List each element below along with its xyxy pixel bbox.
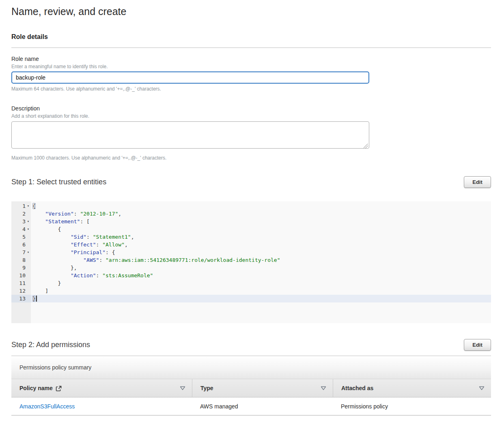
role-name-field: Role name Enter a meaningful name to ide…: [11, 56, 491, 92]
line-number: 4: [22, 225, 26, 233]
editor-line: 4▾ {: [11, 225, 491, 233]
column-header-type: Type: [192, 379, 333, 397]
description-hint: Maximum 1000 characters. Use alphanumeri…: [11, 155, 491, 161]
fold-toggle-icon[interactable]: ▾: [26, 225, 31, 233]
section-divider: [11, 47, 491, 48]
fold-toggle-icon[interactable]: ▾: [26, 202, 31, 210]
column-label: Type: [200, 385, 213, 391]
role-details-heading: Role details: [11, 33, 491, 41]
editor-line: 11▾ }: [11, 279, 491, 287]
line-number: 2: [22, 210, 26, 218]
line-number: 1: [22, 202, 26, 210]
policy-type-cell: AWS managed: [192, 397, 333, 415]
line-number: 11: [19, 279, 26, 287]
policy-name-link[interactable]: AmazonS3FullAccess: [19, 403, 75, 410]
role-name-input[interactable]: [11, 71, 369, 84]
line-number: 3: [22, 218, 26, 225]
external-link-icon: [56, 386, 62, 392]
step2-edit-button[interactable]: Edit: [464, 339, 491, 351]
step1-header-row: Step 1: Select trusted entities Edit: [11, 176, 491, 188]
permissions-table-body: AmazonS3FullAccessAWS managedPermissions…: [11, 397, 491, 416]
line-number: 7: [22, 248, 26, 256]
role-name-label: Role name: [11, 56, 491, 63]
editor-line: 10▾ "Action": "sts:AssumeRole": [11, 272, 491, 279]
step2-heading: Step 2: Add permissions: [11, 341, 90, 349]
editor-line: 8▾ "AWS": "arn:aws:iam::541263489771:rol…: [11, 256, 491, 264]
editor-line: 13▾}: [11, 295, 491, 302]
description-label: Description: [11, 105, 491, 112]
step1-edit-button[interactable]: Edit: [464, 176, 491, 188]
fold-toggle-icon[interactable]: ▾: [26, 248, 31, 256]
line-number: 9: [22, 264, 26, 272]
role-name-help: Enter a meaningful name to identify this…: [11, 64, 491, 69]
line-number: 8: [22, 256, 26, 264]
page-title: Name, review, and create: [11, 5, 491, 18]
line-number: 13: [19, 295, 26, 302]
editor-line: 7▾ "Principal": {: [11, 248, 491, 256]
permissions-panel-title: Permissions policy summary: [11, 356, 491, 379]
attached-as-cell: Permissions policy: [333, 397, 491, 415]
editor-line: 1▾{: [11, 202, 491, 210]
editor-line: 5▾ "Sid": "Statement1",: [11, 233, 491, 241]
editor-line: 12▾ ]: [11, 287, 491, 295]
step2-header-row: Step 2: Add permissions Edit: [11, 339, 491, 351]
line-number: 10: [19, 272, 26, 279]
textarea-resize-handle[interactable]: [364, 144, 368, 148]
column-header-attached-as: Attached as: [333, 379, 491, 397]
editor-line: 6▾ "Effect": "Allow",: [11, 241, 491, 248]
column-filter-icon[interactable]: [180, 386, 185, 391]
editor-line: 2▾ "Version": "2012-10-17",: [11, 210, 491, 218]
column-filter-icon[interactable]: [321, 386, 326, 391]
description-help: Add a short explanation for this role.: [11, 113, 491, 119]
name-review-create-page: Name, review, and create Role details Ro…: [0, 0, 504, 416]
editor-caret: [36, 296, 37, 302]
policy-editor-lines: 1▾{2▾ "Version": "2012-10-17",3▾ "Statem…: [11, 201, 491, 302]
trust-policy-editor[interactable]: 1▾{2▾ "Version": "2012-10-17",3▾ "Statem…: [11, 201, 491, 323]
policy-name-cell: AmazonS3FullAccess: [11, 397, 192, 415]
editor-line: 9▾ },: [11, 264, 491, 272]
fold-toggle-icon[interactable]: ▾: [26, 218, 31, 225]
policy-table-row: AmazonS3FullAccessAWS managedPermissions…: [11, 397, 491, 416]
permissions-panel: Permissions policy summary Policy name T…: [11, 356, 491, 416]
role-name-hint: Maximum 64 characters. Use alphanumeric …: [11, 86, 491, 92]
line-number: 12: [19, 287, 26, 295]
editor-line: 3▾ "Statement": [: [11, 218, 491, 225]
line-number: 6: [22, 241, 26, 248]
permissions-table: Policy name Type Attached as AmazonS3Ful…: [11, 379, 491, 416]
step1-heading: Step 1: Select trusted entities: [11, 178, 106, 186]
column-label: Attached as: [341, 385, 373, 391]
column-filter-icon[interactable]: [479, 386, 485, 391]
description-textarea[interactable]: [11, 121, 369, 149]
column-header-policy-name: Policy name: [11, 379, 192, 397]
permissions-table-header: Policy name Type Attached as: [11, 379, 491, 397]
description-field: Description Add a short explanation for …: [11, 105, 491, 161]
column-label: Policy name: [19, 385, 53, 391]
line-number: 5: [22, 233, 26, 241]
